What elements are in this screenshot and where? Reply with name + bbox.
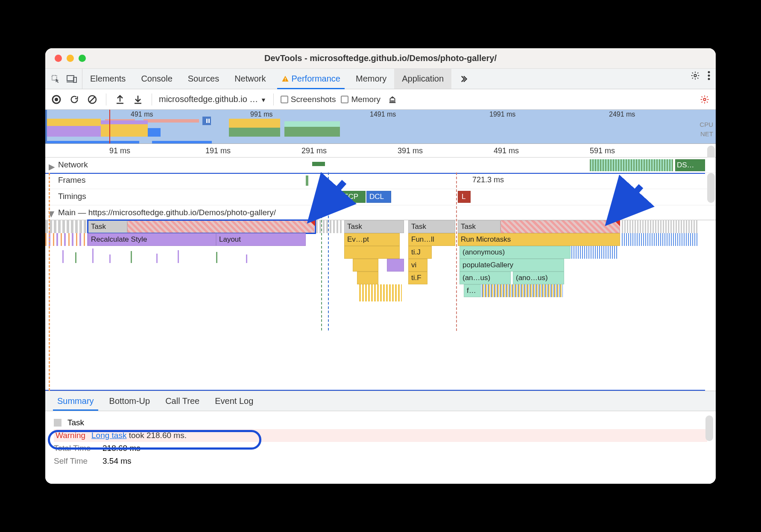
- warning-icon: [281, 75, 289, 83]
- timings-lane-label: Timings: [58, 192, 86, 201]
- tab-event-log[interactable]: Event Log: [207, 391, 261, 411]
- close-window-button[interactable]: [55, 55, 62, 62]
- overview-timeline[interactable]: 491 ms 991 ms 1491 ms 1991 ms 2491 ms CP…: [45, 110, 716, 144]
- ruler-tick: 591 ms: [590, 146, 615, 155]
- zoom-window-button[interactable]: [79, 55, 86, 62]
- svg-rect-1: [67, 76, 74, 81]
- tab-application[interactable]: Application: [394, 69, 451, 89]
- download-profile-icon[interactable]: [131, 93, 145, 106]
- disclosure-icon[interactable]: ▶: [49, 162, 55, 172]
- ruler-tick: 391 ms: [398, 146, 423, 155]
- tab-elements[interactable]: Elements: [82, 69, 133, 89]
- warning-label: Warning: [56, 431, 85, 440]
- flame-anon[interactable]: (anonymous): [460, 246, 571, 259]
- overview-handle-right[interactable]: [202, 117, 211, 125]
- network-lane-label: Network: [58, 160, 88, 170]
- screenshots-checkbox[interactable]: Screenshots: [281, 95, 336, 104]
- svg-point-5: [694, 74, 697, 77]
- flame-long-task[interactable]: [127, 220, 314, 233]
- performance-toolbar: microsoftedge.github.io … ▼ Screenshots …: [45, 89, 716, 110]
- capture-settings-icon[interactable]: [698, 93, 711, 106]
- network-block[interactable]: DS…: [675, 159, 705, 171]
- panel-tabbar: Elements Console Sources Network Perform…: [45, 69, 716, 89]
- overview-handle-left[interactable]: [45, 110, 47, 143]
- more-tabs-button[interactable]: [451, 69, 475, 89]
- devtools-window: DevTools - microsoftedge.github.io/Demos…: [45, 48, 716, 484]
- ruler-tick: 191 ms: [205, 146, 231, 155]
- flame-task[interactable]: Task: [408, 220, 455, 233]
- record-button[interactable]: [50, 93, 63, 106]
- svg-point-13: [703, 98, 706, 101]
- overview-tick: 1991 ms: [489, 111, 515, 118]
- upload-profile-icon[interactable]: [113, 93, 127, 106]
- clear-button[interactable]: [85, 93, 99, 106]
- tab-sources[interactable]: Sources: [180, 69, 227, 89]
- traffic-lights: [45, 55, 86, 62]
- minimize-window-button[interactable]: [67, 55, 74, 62]
- flame-chart-area[interactable]: ▶ Network DS… Frames 721.3 ms Timings P …: [45, 158, 716, 391]
- detail-tabbar: Summary Bottom-Up Call Tree Event Log: [45, 391, 716, 411]
- svg-point-8: [708, 78, 710, 80]
- tab-summary[interactable]: Summary: [50, 391, 102, 411]
- flame-anon2[interactable]: (an…us): [460, 272, 511, 284]
- reload-button[interactable]: [67, 93, 81, 106]
- long-task-link[interactable]: Long task: [91, 431, 126, 440]
- ruler-tick: 491 ms: [494, 146, 519, 155]
- tab-console[interactable]: Console: [133, 69, 180, 89]
- flame-anon3[interactable]: (ano…us): [513, 272, 564, 284]
- summary-title: Task: [67, 418, 84, 427]
- overview-tick: 991 ms: [250, 111, 272, 118]
- svg-point-7: [708, 75, 710, 77]
- titlebar: DevTools - microsoftedge.github.io/Demos…: [45, 48, 716, 69]
- flame-vi[interactable]: vi: [408, 259, 427, 272]
- task-swatch: [54, 419, 61, 427]
- tab-bottom-up[interactable]: Bottom-Up: [102, 391, 158, 411]
- flame-microtasks[interactable]: Run Microtasks: [458, 233, 620, 246]
- timing-fcp[interactable]: FCP: [341, 191, 366, 203]
- timing-l[interactable]: L: [458, 191, 471, 203]
- scrollbar-thumb[interactable]: [705, 415, 713, 441]
- flame-long-task[interactable]: [501, 220, 620, 233]
- garbage-collect-icon[interactable]: [386, 93, 399, 106]
- total-time-value: 218.60 ms: [102, 444, 140, 453]
- self-time-value: 3.54 ms: [102, 456, 132, 466]
- ruler-tick: 91 ms: [109, 146, 130, 155]
- memory-checkbox[interactable]: Memory: [341, 95, 380, 104]
- overview-tick: 491 ms: [131, 111, 153, 118]
- timing-fp[interactable]: P: [327, 191, 340, 203]
- tab-call-tree[interactable]: Call Tree: [158, 391, 207, 411]
- more-menu-icon[interactable]: [702, 69, 716, 82]
- tab-memory[interactable]: Memory: [348, 69, 394, 89]
- main-lane-label: Main — https://microsoftedge.github.io/D…: [58, 208, 276, 217]
- time-marker: 721.3 ms: [472, 175, 504, 184]
- chevron-right-icon: [459, 75, 468, 83]
- svg-point-10: [55, 98, 58, 101]
- window-title: DevTools - microsoftedge.github.io/Demos…: [45, 53, 716, 63]
- flame-task[interactable]: Task: [88, 220, 127, 233]
- flame-layout[interactable]: Layout: [216, 233, 306, 246]
- inspect-element-icon[interactable]: [49, 72, 62, 86]
- flame-function[interactable]: Fun…ll: [408, 233, 455, 246]
- timing-dcl[interactable]: DCL: [366, 191, 391, 203]
- profile-url[interactable]: microsoftedge.github.io … ▼: [159, 94, 266, 104]
- flame-tif[interactable]: ti.F: [408, 272, 427, 284]
- ruler-tick: 291 ms: [301, 146, 327, 155]
- flame-task[interactable]: Task: [458, 220, 501, 233]
- warning-row: Warning Long task took 218.60 ms.: [54, 429, 707, 442]
- time-ruler[interactable]: 91 ms 191 ms 291 ms 391 ms 491 ms 591 ms: [45, 144, 716, 158]
- tab-network[interactable]: Network: [227, 69, 273, 89]
- settings-icon[interactable]: [688, 69, 702, 82]
- flame-event[interactable]: Ev…pt: [344, 233, 400, 246]
- tab-performance[interactable]: Performance: [274, 69, 348, 89]
- flame-task[interactable]: Task: [344, 220, 404, 233]
- device-toolbar-icon[interactable]: [65, 72, 79, 86]
- flame-populate[interactable]: populateGallery: [460, 259, 564, 272]
- svg-line-12: [90, 97, 95, 102]
- flame-f[interactable]: f…: [464, 284, 481, 297]
- scrollbar-thumb[interactable]: [707, 173, 715, 203]
- frames-lane-label: Frames: [58, 175, 85, 185]
- flame-tij[interactable]: ti.J: [408, 246, 432, 259]
- svg-rect-4: [285, 80, 286, 81]
- flame-recalc-style[interactable]: Recalculate Style: [88, 233, 216, 246]
- self-time-label: Self Time: [54, 456, 97, 466]
